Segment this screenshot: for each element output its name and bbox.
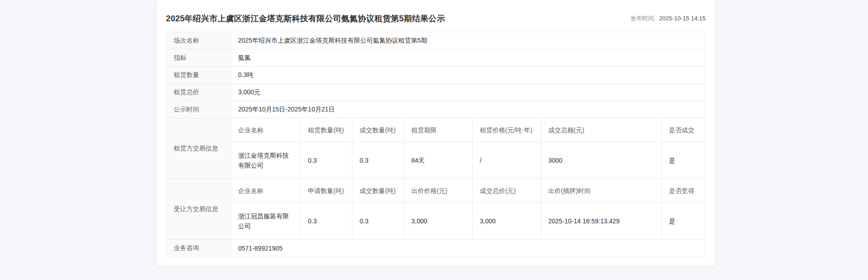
column-header: 租赁数量(吨) — [301, 118, 352, 142]
publish-time-value: 2025-10-15 14:15 — [659, 15, 706, 22]
lessor-data-row: 浙江金塔克斯科技有限公司 0.3 0.3 84天 / 3000 是 — [231, 142, 705, 179]
column-header: 成交数量(吨) — [352, 179, 404, 203]
transferee-data-row: 浙江冠昌服装有限公司 0.3 0.3 3,000 3,000 2025-10-1… — [231, 203, 705, 239]
table-cell: 是 — [662, 142, 705, 179]
table-row-lessor-info: 租赁方交易信息 企业名称 租赁数量(吨) 成交数量(吨) 租赁期限 租赁价格(元… — [166, 118, 705, 179]
table-row-lease-quantity: 租赁数量 0.3吨 — [166, 66, 705, 83]
card-header: 2025年绍兴市上虞区浙江金塔克斯科技有限公司氨氮协议租赁第5期结果公示 发布时… — [166, 0, 706, 32]
column-header: 租赁期限 — [404, 118, 473, 142]
row-value: 2025年10月15日-2025年10月21日 — [231, 101, 705, 118]
row-value: 3,000元 — [231, 84, 705, 101]
column-header: 成交总价(元) — [473, 179, 541, 203]
column-header: 是否竞得 — [662, 179, 705, 203]
table-cell: 3,000 — [473, 203, 541, 239]
table-cell: 2025-10-14 16:59:13.429 — [541, 203, 662, 239]
table-cell: 0.3 — [301, 142, 352, 179]
transferee-header-row: 企业名称 申请数量(吨) 成交数量(吨) 出价价格(元) 成交总价(元) 出价(… — [231, 179, 705, 203]
row-label: 租赁方交易信息 — [166, 118, 231, 179]
table-row-publicity-period: 公示时间 2025年10月15日-2025年10月21日 — [166, 101, 705, 118]
table-row-session-name: 场次名称 2025年绍兴市上虞区浙江金塔克斯科技有限公司氨氮协议租赁第5期 — [166, 32, 705, 49]
table-cell-company-name: 浙江金塔克斯科技有限公司 — [231, 142, 301, 179]
row-value: 0.3吨 — [231, 67, 705, 83]
row-label: 受让方交易信息 — [166, 179, 231, 239]
result-table: 场次名称 2025年绍兴市上虞区浙江金塔克斯科技有限公司氨氮协议租赁第5期 指标… — [166, 32, 706, 257]
column-header: 出价(摘牌)时间 — [541, 179, 662, 203]
column-header: 成交数量(吨) — [352, 118, 404, 142]
table-row-transferee-info: 受让方交易信息 企业名称 申请数量(吨) 成交数量(吨) 出价价格(元) 成交总… — [166, 179, 705, 239]
page-title: 2025年绍兴市上虞区浙江金塔克斯科技有限公司氨氮协议租赁第5期结果公示 — [166, 13, 445, 24]
row-label: 指标 — [166, 49, 231, 66]
lessor-header-row: 企业名称 租赁数量(吨) 成交数量(吨) 租赁期限 租赁价格(元/吨·年) 成交… — [231, 118, 705, 142]
row-label: 公示时间 — [166, 101, 231, 118]
row-label: 租赁总价 — [166, 84, 231, 101]
row-value: 0571-89921905 — [231, 240, 705, 257]
transferee-subtable: 企业名称 申请数量(吨) 成交数量(吨) 出价价格(元) 成交总价(元) 出价(… — [231, 179, 705, 239]
publish-time-label: 发布时间: — [630, 15, 656, 22]
column-header: 租赁价格(元/吨·年) — [473, 118, 541, 142]
table-row-business-contact: 业务咨询 0571-89921905 — [166, 239, 705, 257]
column-header: 企业名称 — [231, 179, 301, 203]
table-cell: 3000 — [541, 142, 662, 179]
row-label: 租赁数量 — [166, 67, 231, 83]
lessor-subtable: 企业名称 租赁数量(吨) 成交数量(吨) 租赁期限 租赁价格(元/吨·年) 成交… — [231, 118, 705, 179]
table-cell: 3,000 — [404, 203, 473, 239]
publish-time: 发布时间: 2025-10-15 14:15 — [630, 14, 706, 23]
table-cell: 0.3 — [352, 142, 404, 179]
column-header: 企业名称 — [231, 118, 301, 142]
announcement-card: 2025年绍兴市上虞区浙江金塔克斯科技有限公司氨氮协议租赁第5期结果公示 发布时… — [157, 0, 715, 266]
table-cell: / — [473, 142, 541, 179]
table-row-lease-total-price: 租赁总价 3,000元 — [166, 83, 705, 101]
row-label: 业务咨询 — [166, 240, 231, 257]
table-cell-company-name: 浙江冠昌服装有限公司 — [231, 203, 301, 239]
row-value: 氨氮 — [231, 49, 705, 66]
table-cell: 是 — [662, 203, 705, 239]
row-value: 2025年绍兴市上虞区浙江金塔克斯科技有限公司氨氮协议租赁第5期 — [231, 32, 705, 49]
table-cell: 0.3 — [301, 203, 352, 239]
table-cell: 0.3 — [352, 203, 404, 239]
column-header: 是否成交 — [662, 118, 705, 142]
column-header: 申请数量(吨) — [301, 179, 352, 203]
row-label: 场次名称 — [166, 32, 231, 49]
table-cell: 84天 — [404, 142, 473, 179]
table-row-indicator: 指标 氨氮 — [166, 49, 705, 66]
column-header: 出价价格(元) — [404, 179, 473, 203]
column-header: 成交总额(元) — [541, 118, 662, 142]
